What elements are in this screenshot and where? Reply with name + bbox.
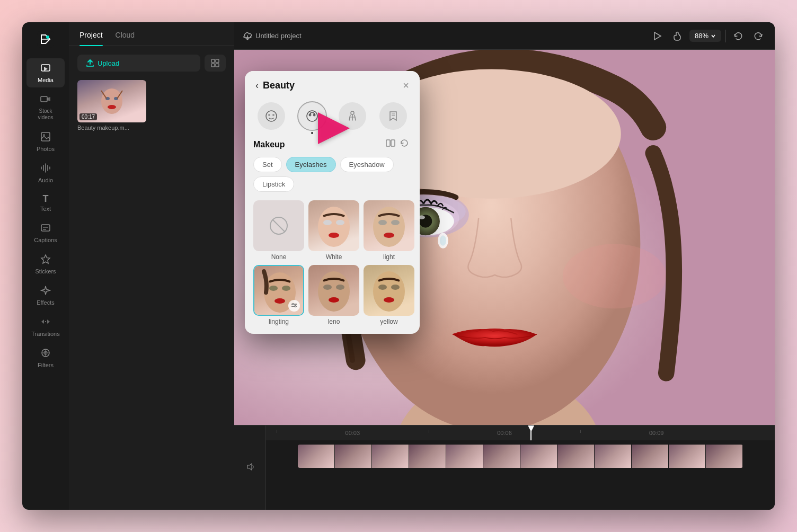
none-icon [253,200,304,251]
sidebar-item-label: Stockvideos [38,108,54,121]
chevron-down-icon [711,33,716,39]
zoom-control[interactable]: 88% [689,30,721,42]
track-frame [557,445,595,468]
beauty-tab-makeup[interactable] [298,102,326,130]
face-tab-icon [264,109,279,123]
sidebar: Media Stockvideos Photos [22,22,69,510]
beauty-item-none-thumb [253,200,304,251]
beauty-item-white-thumb [308,200,359,251]
viewport-area: Untitled project 88% [234,22,775,510]
beauty-close-button[interactable]: × [403,79,409,92]
svg-point-17 [101,88,122,114]
sidebar-item-label: Photos [37,146,55,152]
sidebar-item-media[interactable]: Media [26,58,65,87]
svg-point-1 [46,36,49,39]
upload-button[interactable]: Upload [77,55,200,72]
track-frame [632,445,669,468]
layout-icon [211,59,219,67]
beauty-tab-style[interactable] [379,102,407,130]
panel-tabs: Project Cloud [69,22,234,46]
svg-point-56 [336,220,344,225]
sidebar-item-stock-videos[interactable]: Stockvideos [26,90,65,125]
svg-rect-15 [211,64,215,67]
media-duration: 00:17 [79,113,97,120]
beauty-item-lingting[interactable]: lingting [253,265,304,325]
sidebar-item-text[interactable]: T Text [26,190,65,216]
timeline-ruler: 00:03 00:06 00:09 [266,425,775,440]
makeup-categories: Set Eyelashes Eyeshadow Lipstick [245,157,420,200]
video-track [298,445,743,468]
tab-cloud[interactable]: Cloud [116,31,135,46]
beauty-item-light-label: light [383,253,395,261]
beauty-item-white[interactable]: White [308,200,359,261]
sidebar-item-captions[interactable]: Captions [26,218,65,247]
svg-point-55 [323,220,332,225]
compare-button[interactable] [384,136,397,153]
track-frame [706,445,743,468]
sidebar-item-stickers[interactable]: Stickers [26,250,65,279]
redo-button[interactable] [750,28,766,44]
beauty-tab-face[interactable] [258,102,285,130]
reset-button[interactable] [397,136,411,153]
svg-rect-50 [386,140,390,146]
timeline-marks: 00:03 00:06 00:09 [266,430,743,436]
svg-point-58 [373,207,405,247]
cloud-save-icon [243,31,252,41]
svg-rect-51 [391,140,395,146]
sidebar-item-transitions[interactable]: Transitions [26,312,65,341]
beauty-back-button[interactable]: ‹ [255,80,259,91]
beauty-item-yellow-face [364,265,414,316]
svg-point-77 [384,297,394,303]
svg-point-70 [318,271,350,312]
play-button[interactable] [649,28,665,44]
sidebar-item-label: Transitions [31,331,59,337]
category-eyelashes[interactable]: Eyelashes [286,157,336,172]
sidebar-item-filters[interactable]: Filters [26,343,65,373]
tab-project[interactable]: Project [79,31,103,46]
track-frame [298,445,335,468]
track-frame [595,445,632,468]
close-icon: × [403,79,409,91]
panel-content: Upload [69,46,234,510]
sidebar-item-effects[interactable]: Effects [26,281,65,310]
beauty-item-light-thumb [364,200,414,251]
top-bar-controls: 88% [649,28,766,44]
beauty-item-yellow[interactable]: yellow [364,265,414,325]
makeup-section-title: Makeup [253,140,384,149]
hand-tool-button[interactable] [669,28,685,44]
category-set[interactable]: Set [253,157,282,172]
sidebar-item-label: Filters [38,362,54,368]
sidebar-item-label: Audio [38,177,53,183]
svg-point-61 [384,233,394,238]
beauty-item-light[interactable]: light [364,200,414,261]
upload-icon [86,59,94,67]
category-lipstick[interactable]: Lipstick [253,176,294,192]
sidebar-item-photos[interactable]: Photos [26,127,65,156]
beauty-item-leno-label: leno [328,318,340,325]
compare-icon [386,138,395,148]
beauty-header: ‹ Beauty × [245,71,420,100]
beauty-item-none[interactable]: None [253,200,304,261]
beauty-item-leno[interactable]: leno [308,265,359,325]
hand-icon [672,31,682,41]
layout-toggle-button[interactable] [205,55,226,72]
beauty-tab-body[interactable] [339,102,366,130]
beauty-title: Beauty [263,80,403,91]
makeup-tab-icon [305,109,320,123]
svg-point-65 [274,298,285,304]
text-icon: T [43,194,49,203]
svg-point-20 [108,105,116,109]
svg-marker-21 [654,32,661,40]
media-item[interactable]: 00:17 Beauty makeup.m... [77,80,146,131]
undo-button[interactable] [730,28,746,44]
timeline-tracks [266,440,775,472]
svg-point-63 [269,286,278,291]
media-thumbnail: 00:17 [77,80,146,122]
playhead[interactable] [530,425,532,440]
back-icon: ‹ [255,80,259,91]
sidebar-item-audio[interactable]: Audio [26,158,65,188]
svg-rect-3 [41,96,47,102]
svg-point-54 [318,207,350,247]
category-eyeshadow[interactable]: Eyeshadow [340,157,394,172]
beauty-item-leno-face [308,265,359,316]
